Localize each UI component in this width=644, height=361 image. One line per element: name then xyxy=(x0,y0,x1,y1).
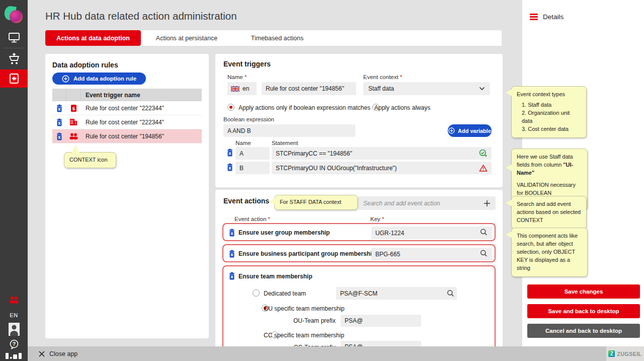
radio-boolean-expression[interactable] xyxy=(227,104,234,111)
variable-statement-field[interactable]: STCPrimaryCC == "194856" xyxy=(272,147,492,160)
valid-check-icon xyxy=(479,149,488,158)
cancel-back-desktop-button[interactable]: Cancel and back to desktop xyxy=(527,324,640,338)
event-action-search[interactable] xyxy=(358,196,496,210)
note-tail xyxy=(506,89,512,96)
note-item: 3. Cost center data xyxy=(517,125,581,133)
data-adoption-rules-panel: Data adoption rules Add data adoption ru… xyxy=(45,54,209,338)
ou-team-prefix-label: OU-Team prefix xyxy=(268,317,336,324)
plus-circle-icon xyxy=(62,75,69,83)
add-variable-button[interactable]: Add variable xyxy=(448,124,492,137)
note-staff-data-context: For STAFF DATA context xyxy=(274,195,358,210)
note-item: 1. Staff data xyxy=(517,101,581,109)
note-tail xyxy=(506,164,512,171)
delete-variable-icon[interactable] xyxy=(226,149,233,159)
delete-rule-icon[interactable] xyxy=(52,132,66,140)
close-app-button[interactable]: Close app xyxy=(39,346,77,361)
tab-actions-at-data-adoption[interactable]: Actions at data adoption xyxy=(45,30,141,46)
note-tail xyxy=(506,231,512,238)
rule-row-1[interactable]: $ Rule for cost center "222344" xyxy=(52,101,202,115)
variables-statement-column: Statement xyxy=(272,140,298,146)
search-team-icon[interactable] xyxy=(447,290,454,297)
invoice-icon: $ xyxy=(66,104,80,112)
radio-boolean-label: Apply actions only if boolean expression… xyxy=(238,104,370,111)
plus-icon[interactable] xyxy=(484,200,491,207)
event-actions-panel: Event actions Event action * Key * Ensur… xyxy=(215,190,503,361)
variable-statement-field[interactable]: STCPrimaryOU IN OUGroup("Infrastructure"… xyxy=(272,162,492,174)
note-search-actions: Search and add event actions based on se… xyxy=(511,196,587,229)
delete-action-icon[interactable] xyxy=(228,250,235,260)
add-data-adoption-rule-button[interactable]: Add data adoption rule xyxy=(52,73,146,85)
search-input[interactable] xyxy=(363,196,484,210)
delete-action-icon[interactable] xyxy=(228,229,235,239)
people-red-icon[interactable] xyxy=(0,295,28,306)
language-switcher[interactable]: EN xyxy=(0,311,28,319)
event-context-select[interactable]: Staff data xyxy=(363,82,490,95)
app-sidebar: EN ? xyxy=(0,0,28,361)
rule-row-3-selected[interactable]: Rule for cost center "194856" xyxy=(52,129,202,143)
cart-plus-icon[interactable] xyxy=(0,50,28,67)
action-row-business-participant-group[interactable]: Ensure business participant group member… xyxy=(222,244,496,262)
event-context-value: Staff data xyxy=(368,85,394,92)
ou-specific-label: OU specific team membership xyxy=(264,305,345,312)
building-icon xyxy=(66,118,80,126)
details-menu-icon[interactable] xyxy=(530,14,538,20)
details-title: Details xyxy=(543,13,564,21)
bottom-bar: Close app Z ZUGSEIL xyxy=(28,346,644,361)
note-tail xyxy=(269,198,275,205)
delete-rule-icon[interactable] xyxy=(52,104,66,112)
dedicated-team-label: Dedicated team xyxy=(264,290,306,297)
tab-bar: Actions at data adoption Actions at pers… xyxy=(45,30,502,46)
search-key-icon[interactable] xyxy=(480,229,488,236)
delete-rule-icon[interactable] xyxy=(52,118,66,126)
rule-row-2[interactable]: Rule for cost center "222344" xyxy=(52,115,202,129)
delete-variable-icon[interactable] xyxy=(226,163,233,173)
save-back-desktop-button[interactable]: Save and back to desktop xyxy=(527,304,640,318)
dedicated-team-input[interactable] xyxy=(336,287,457,300)
cc-specific-label: CC specific team membership xyxy=(264,332,344,339)
event-trigger-name-header: Event trigger name xyxy=(80,92,140,99)
warning-icon xyxy=(479,164,488,172)
event-actions-title: Event actions xyxy=(223,197,269,205)
tab-actions-at-persistance[interactable]: Actions at persistance xyxy=(141,30,232,46)
language-code: en xyxy=(243,85,249,92)
close-icon xyxy=(39,351,45,357)
note-text: Search and add event actions based on se… xyxy=(517,201,581,223)
rule-name: Rule for cost center "222344" xyxy=(80,119,164,126)
tab-timebased-actions[interactable]: Timebased actions xyxy=(232,30,322,46)
ou-team-prefix-input[interactable] xyxy=(341,315,421,327)
brand-logo: Z ZUGSEIL xyxy=(606,346,644,361)
variables-name-column: Name xyxy=(235,140,251,146)
note-text: This component acts like search, but aft… xyxy=(517,233,578,271)
brand-name: ZUGSEIL xyxy=(617,351,641,357)
sidebar-item-data-actions-active[interactable] xyxy=(0,69,28,88)
user-avatar[interactable] xyxy=(0,322,28,336)
statement-text: STCPrimaryCC == "194856" xyxy=(276,150,352,157)
rule-name: Rule for cost center "194856" xyxy=(80,133,164,140)
partner-logo xyxy=(0,352,28,359)
variable-name-field[interactable]: A xyxy=(235,147,270,160)
event-triggers-title: Event triggers xyxy=(223,60,271,68)
header-delete-column xyxy=(52,89,66,101)
language-field[interactable]: en xyxy=(227,82,257,95)
search-key-icon[interactable] xyxy=(480,250,488,257)
variable-name-field[interactable]: B xyxy=(235,162,270,174)
app-logo[interactable] xyxy=(0,2,28,26)
action-row-user-group[interactable]: Ensure user group membership xyxy=(222,223,496,241)
save-changes-button[interactable]: Save changes xyxy=(527,284,640,299)
action-key-input[interactable] xyxy=(371,227,492,239)
action-name: Ensure team membership xyxy=(238,273,312,280)
name-label: Name * xyxy=(227,74,247,80)
note-text: For STAFF DATA context xyxy=(280,199,341,205)
delete-action-icon[interactable] xyxy=(228,272,235,282)
desktop-icon[interactable] xyxy=(0,30,28,45)
rule-name-input[interactable] xyxy=(262,82,356,95)
action-key-input[interactable] xyxy=(371,248,492,260)
action-name: Ensure business participant group member… xyxy=(238,250,376,257)
boolean-expression-input[interactable] xyxy=(223,124,355,137)
statement-text: STCPrimaryOU IN OUGroup("Infrastructure"… xyxy=(276,165,397,172)
radio-dedicated-team[interactable] xyxy=(253,290,260,297)
help-icon[interactable]: ? xyxy=(0,338,28,351)
note-context-icon: CONTEXT icon xyxy=(64,152,116,168)
note-tail xyxy=(506,199,512,206)
rule-name: Rule for cost center "222344" xyxy=(80,105,164,112)
